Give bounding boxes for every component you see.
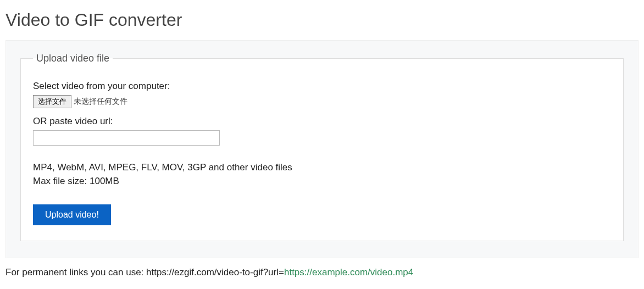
choose-file-button[interactable]: 选择文件	[33, 95, 71, 108]
upload-video-button[interactable]: Upload video!	[33, 204, 111, 225]
upload-legend: Upload video file	[33, 53, 113, 64]
permanent-link-note: For permanent links you can use: https:/…	[5, 267, 639, 278]
formats-note: MP4, WebM, AVI, MPEG, FLV, MOV, 3GP and …	[33, 161, 611, 175]
select-video-label: Select video from your computer:	[33, 81, 611, 92]
main-panel: Upload video file Select video from your…	[5, 40, 639, 258]
footer-base-url: https://ezgif.com/video-to-gif?url=	[146, 267, 284, 277]
info-block: MP4, WebM, AVI, MPEG, FLV, MOV, 3GP and …	[33, 161, 611, 188]
video-url-input[interactable]	[33, 130, 220, 146]
footer-prefix: For permanent links you can use:	[5, 267, 146, 277]
file-status-text: 未选择任何文件	[74, 97, 127, 107]
file-input-wrap: 选择文件 未选择任何文件	[33, 95, 611, 108]
or-paste-url-label: OR paste video url:	[33, 116, 611, 127]
page-title: Video to GIF converter	[5, 10, 639, 30]
footer-example-url: https://example.com/video.mp4	[284, 267, 413, 277]
size-note: Max file size: 100MB	[33, 175, 611, 188]
upload-fieldset: Upload video file Select video from your…	[20, 53, 624, 241]
